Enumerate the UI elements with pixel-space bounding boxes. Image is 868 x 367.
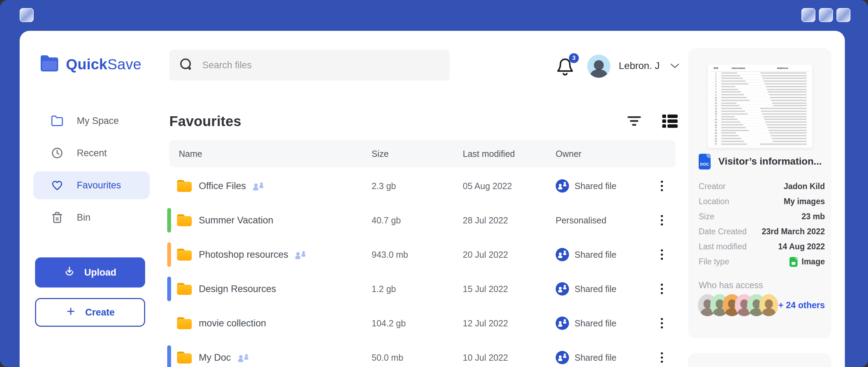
sidebar-item-my-space[interactable]: My Space [33, 107, 150, 135]
table-row[interactable]: Summer Vacation 40.7 gb 28 Jul 2022 Pers… [169, 203, 676, 237]
profile-avatar[interactable] [587, 55, 610, 78]
file-size: 50.0 mb [372, 353, 463, 363]
file-size: 943.0 mb [372, 250, 463, 260]
kebab-menu-icon[interactable] [655, 316, 669, 330]
app-window: QuickSave My Space Recent Favourites Bin… [0, 0, 868, 367]
preview-column-header: Username [721, 67, 756, 71]
preview-row: 13 [711, 105, 809, 108]
filter-icon[interactable] [627, 116, 641, 127]
detail-field: Creator Jadon Kild [699, 179, 825, 194]
access-label: Who has access [699, 280, 763, 290]
preview-row: 14 [711, 107, 809, 110]
preview-row: 10 [711, 96, 809, 99]
table-row[interactable]: movie collection 104.2 gb 12 Jul 2022 Sh… [169, 306, 676, 340]
kebab-menu-icon[interactable] [655, 213, 669, 227]
file-size: 1.2 gb [372, 284, 463, 294]
access-row: + 24 others [698, 293, 825, 317]
preview-row: 24 [711, 134, 809, 137]
file-name: Design Resources [199, 284, 276, 295]
create-button[interactable]: Create [35, 298, 145, 327]
chevron-down-icon[interactable] [670, 63, 680, 70]
file-owner: Shared file [575, 318, 617, 328]
preview-row: 20 [711, 124, 809, 126]
file-modified: 28 Jul 2022 [463, 215, 556, 226]
sidebar-item-favourites[interactable]: Favourites [33, 171, 150, 199]
detail-value: Jadon Kild [784, 182, 825, 191]
shared-owner-icon [556, 317, 569, 330]
file-modified: 05 Aug 2022 [463, 181, 556, 191]
window-control-button[interactable] [801, 8, 815, 22]
detail-label: Location [699, 197, 729, 206]
preview-column-header: S/N [711, 67, 721, 71]
folder-icon [177, 214, 192, 226]
detail-label: Last modified [699, 242, 747, 251]
sidebar-item-bin[interactable]: Bin [33, 203, 150, 231]
preview-row: 12 [711, 102, 809, 105]
search-input[interactable] [202, 60, 440, 71]
trash-icon [51, 211, 63, 224]
preview-table-rows: 1234567891011121314151617181920212223242… [711, 72, 809, 146]
table-row[interactable]: Office Files 2.3 gb 05 Aug 2022 Shared f… [169, 169, 676, 203]
view-controls [627, 115, 678, 128]
folder-icon [177, 352, 192, 363]
app-name-light: Save [107, 56, 141, 72]
detail-field: Last modified 14 Aug 2022 [699, 239, 825, 254]
file-owner: Shared file [575, 181, 617, 191]
row-accent-bar [167, 208, 171, 233]
kebab-menu-icon[interactable] [655, 282, 669, 296]
access-avatar [759, 294, 778, 316]
kebab-menu-icon[interactable] [655, 179, 669, 193]
table-row[interactable]: Photoshop resources 943.0 mb 20 Jul 2022… [169, 237, 676, 272]
detail-label: Creator [699, 182, 726, 191]
window-control-button[interactable] [819, 8, 833, 22]
table-row[interactable]: My Doc 50.0 mb 10 Jul 2022 Shared file [169, 340, 676, 367]
detail-value: Image [802, 257, 825, 266]
file-name: Office Files [199, 181, 246, 192]
avatar-image [759, 294, 778, 316]
details-panel: S/NUsernameAddress 123456789101112131415… [688, 48, 831, 338]
detail-label: Size [699, 212, 714, 221]
main-surface: QuickSave My Space Recent Favourites Bin… [20, 31, 845, 367]
row-accent-bar [167, 242, 171, 267]
shared-owner-icon [556, 351, 569, 364]
folder-icon [177, 180, 192, 192]
window-control-button[interactable] [20, 8, 34, 22]
folder-icon [177, 249, 192, 261]
sidebar-item-recent[interactable]: Recent [33, 139, 150, 167]
preview-row: 5 [711, 83, 809, 85]
list-view-icon[interactable] [662, 115, 678, 128]
kebab-menu-icon[interactable] [655, 248, 669, 262]
detail-field: Location My images [699, 194, 825, 209]
title-bar [0, 0, 868, 32]
profile-name: Lebron. J [619, 60, 660, 71]
detail-label: Date Created [699, 227, 747, 236]
column-header-owner: Owner [556, 149, 655, 159]
access-more-link[interactable]: + 24 others [778, 300, 825, 310]
preview-row: 8 [711, 91, 809, 94]
page-title: Favourites [169, 113, 241, 129]
avatar-image [587, 55, 610, 78]
preview-row: 3 [711, 77, 809, 80]
app-name-bold: Quick [66, 56, 107, 72]
file-name: Summer Vacation [199, 215, 273, 226]
preview-row: 16 [711, 113, 809, 116]
file-preview: S/NUsernameAddress 123456789101112131415… [708, 64, 812, 148]
window-control-button[interactable] [836, 8, 850, 22]
kebab-menu-icon[interactable] [655, 351, 669, 365]
preview-row: 15 [711, 110, 809, 113]
file-name: My Doc [199, 352, 231, 363]
plus-icon [66, 306, 76, 319]
upload-button[interactable]: Upload [35, 257, 145, 288]
shared-people-icon [238, 352, 249, 363]
preview-row: 23 [711, 132, 809, 135]
sidebar-item-label: Favourites [77, 180, 121, 191]
file-name: Photoshop resources [199, 249, 288, 260]
preview-row: 2 [711, 75, 809, 77]
notifications-button[interactable]: 3 [556, 53, 579, 80]
preview-row: 22 [711, 129, 809, 132]
file-size: 104.2 gb [372, 318, 463, 328]
file-modified: 12 Jul 2022 [463, 318, 556, 328]
image-file-icon [789, 257, 798, 267]
detail-field: Date Created 23rd March 2022 [699, 224, 825, 239]
table-row[interactable]: Design Resources 1.2 gb 15 Jul 2022 Shar… [169, 272, 676, 306]
